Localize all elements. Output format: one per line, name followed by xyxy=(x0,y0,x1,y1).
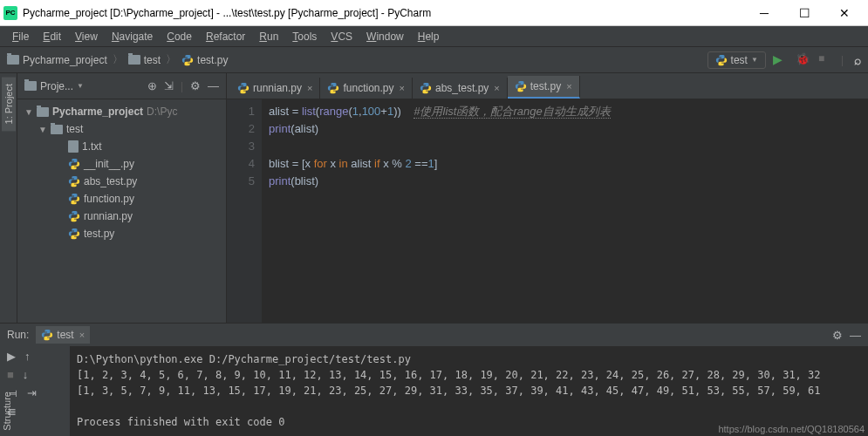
run-button[interactable]: ▶ xyxy=(773,52,789,68)
python-icon xyxy=(68,158,80,170)
breadcrumb-item[interactable]: test xyxy=(128,54,161,66)
tree-file[interactable]: 1.txt xyxy=(17,138,226,155)
chevron-down-icon: ▼ xyxy=(77,82,84,90)
menu-run[interactable]: Run xyxy=(254,29,284,44)
editor-tab[interactable]: abs_test.py× xyxy=(413,78,508,99)
stop-button[interactable]: ■ xyxy=(818,52,834,68)
python-icon xyxy=(41,329,53,341)
breadcrumb-item[interactable]: test.py xyxy=(181,54,228,66)
chevron-down-icon: ▼ xyxy=(24,107,33,117)
close-icon[interactable]: × xyxy=(79,330,85,340)
editor-tab[interactable]: test.py× xyxy=(508,76,580,99)
python-icon xyxy=(68,228,80,240)
run-configuration-selector[interactable]: test ▼ xyxy=(707,51,766,69)
python-icon xyxy=(181,54,194,66)
menu-navigate[interactable]: Navigate xyxy=(106,29,158,44)
watermark: https://blog.csdn.net/QQ18180564 xyxy=(718,424,865,434)
run-panel-title: Run: xyxy=(7,329,29,341)
menu-window[interactable]: Window xyxy=(361,29,409,44)
hide-icon[interactable]: — xyxy=(208,79,219,92)
project-panel: Proje... ▼ ⊕ ⇲ | ⚙ — ▼ Pycharme_project … xyxy=(17,73,227,323)
separator: | xyxy=(181,80,183,92)
tree-file[interactable]: test.py xyxy=(17,225,226,242)
gutter: 12345 xyxy=(227,99,262,323)
python-icon xyxy=(68,175,80,187)
collapse-icon[interactable]: ⇲ xyxy=(164,79,174,92)
python-icon xyxy=(515,80,527,92)
menu-code[interactable]: Code xyxy=(161,29,197,44)
close-icon[interactable]: × xyxy=(494,83,499,93)
chevron-down-icon: ▼ xyxy=(38,125,47,134)
run-tab[interactable]: test × xyxy=(36,326,90,344)
menu-refactor[interactable]: Refactor xyxy=(201,29,250,44)
minimize-button[interactable]: ─ xyxy=(744,0,784,26)
tree-file[interactable]: abs_test.py xyxy=(17,173,226,190)
close-icon[interactable]: × xyxy=(400,83,405,93)
locate-icon[interactable]: ⊕ xyxy=(147,79,157,92)
python-icon xyxy=(420,82,432,94)
file-icon xyxy=(68,140,79,153)
menu-file[interactable]: File xyxy=(7,29,34,44)
project-tool-tab[interactable]: 1: Project xyxy=(2,77,16,131)
separator: | xyxy=(841,54,844,66)
window-title: Pycharme_project [D:\Pycharme_project] -… xyxy=(23,7,744,19)
python-icon xyxy=(237,82,249,94)
close-icon[interactable]: × xyxy=(566,81,571,92)
tree-file[interactable]: function.py xyxy=(17,190,226,208)
folder-icon xyxy=(51,125,63,134)
left-tool-window-bar: 1: Project xyxy=(0,73,17,323)
run-output[interactable]: D:\Python\python.exe D:/Pycharme_project… xyxy=(70,346,868,436)
chevron-right-icon: 〉 xyxy=(166,52,176,67)
project-panel-title[interactable]: Proje... ▼ xyxy=(24,80,140,92)
menu-view[interactable]: View xyxy=(70,29,103,44)
up-icon[interactable]: ↑ xyxy=(24,350,31,363)
gear-icon[interactable]: ⚙ xyxy=(190,79,201,92)
editor-tabs: runnian.py×function.py×abs_test.py×test.… xyxy=(227,73,868,99)
run-tool-window: Run: test × ⚙ — ▶↑ ■↓ ⫤⇥ ≣ D:\Python\pyt… xyxy=(0,323,868,436)
folder-icon xyxy=(7,55,19,65)
project-tree: ▼ Pycharme_project D:\Pyc ▼ test 1.txt__… xyxy=(17,99,226,323)
folder-icon xyxy=(37,107,49,117)
editor-tab[interactable]: runnian.py× xyxy=(230,78,320,99)
wrap-icon[interactable]: ⇥ xyxy=(27,386,37,399)
menu-help[interactable]: Help xyxy=(413,29,445,44)
close-icon[interactable]: × xyxy=(307,83,312,93)
editor-tab[interactable]: function.py× xyxy=(320,78,412,99)
tree-folder[interactable]: ▼ test xyxy=(17,120,226,138)
menu-tools[interactable]: Tools xyxy=(287,29,322,44)
editor[interactable]: 12345 alist = list(range(1,100+1)) #使用li… xyxy=(227,99,868,323)
maximize-button[interactable]: ☐ xyxy=(784,0,824,26)
editor-area: runnian.py×function.py×abs_test.py×test.… xyxy=(227,73,868,323)
python-icon xyxy=(68,193,80,205)
run-config-label: test xyxy=(731,54,748,66)
menu-edit[interactable]: Edit xyxy=(38,29,66,44)
python-icon xyxy=(715,54,728,66)
code-content[interactable]: alist = list(range(1,100+1)) #使用list函数，配… xyxy=(262,99,868,323)
hide-icon[interactable]: — xyxy=(850,329,861,342)
breadcrumb: Pycharme_project〉test〉test.py xyxy=(7,52,707,67)
close-button[interactable]: ✕ xyxy=(824,0,865,26)
tree-file[interactable]: runnian.py xyxy=(17,208,226,225)
chevron-right-icon: 〉 xyxy=(113,52,123,67)
structure-tool-tab[interactable]: Structure xyxy=(0,386,14,436)
down-icon[interactable]: ↓ xyxy=(23,368,29,381)
chevron-down-icon: ▼ xyxy=(751,56,758,64)
folder-icon xyxy=(128,55,140,65)
python-icon xyxy=(68,210,80,222)
python-icon xyxy=(327,82,339,94)
tree-file[interactable]: __init__.py xyxy=(17,155,226,173)
pycharm-icon: PC xyxy=(3,6,17,20)
search-icon[interactable]: ⌕ xyxy=(854,53,861,67)
debug-button[interactable]: 🐞 xyxy=(796,52,811,68)
tree-root[interactable]: ▼ Pycharme_project D:\Pyc xyxy=(17,103,226,120)
window-titlebar: PC Pycharme_project [D:\Pycharme_project… xyxy=(0,0,868,26)
breadcrumb-item[interactable]: Pycharme_project xyxy=(7,54,107,66)
gear-icon[interactable]: ⚙ xyxy=(832,329,843,342)
navigation-bar: Pycharme_project〉test〉test.py test ▼ ▶ 🐞… xyxy=(0,47,868,73)
folder-icon xyxy=(24,81,37,91)
menubar: FileEditViewNavigateCodeRefactorRunTools… xyxy=(0,26,868,47)
menu-vcs[interactable]: VCS xyxy=(325,29,358,44)
